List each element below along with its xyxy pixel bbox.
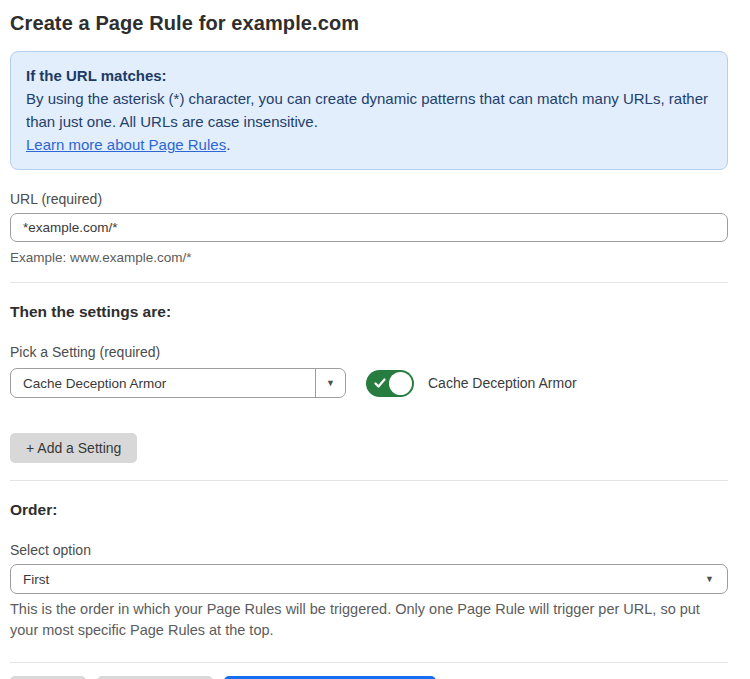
link-period: . <box>226 136 230 153</box>
page-title: Create a Page Rule for example.com <box>10 12 728 35</box>
chevron-down-icon: ▼ <box>326 379 335 388</box>
url-input[interactable] <box>10 213 728 242</box>
divider <box>10 662 728 663</box>
pick-setting-label: Pick a Setting (required) <box>10 344 728 360</box>
toggle-knob <box>389 372 412 395</box>
info-box-heading: If the URL matches: <box>26 64 711 87</box>
settings-section-heading: Then the settings are: <box>10 303 728 321</box>
setting-select[interactable]: Cache Deception Armor ▼ <box>10 368 346 398</box>
info-box-body: By using the asterisk (*) character, you… <box>26 87 711 133</box>
order-select-value: First <box>11 572 705 587</box>
divider <box>10 480 728 481</box>
divider <box>10 282 728 283</box>
order-select-label: Select option <box>10 542 728 558</box>
chevron-down-icon: ▼ <box>705 575 727 584</box>
url-match-info-box: If the URL matches: By using the asteris… <box>10 51 728 170</box>
check-icon <box>374 377 386 389</box>
learn-more-link[interactable]: Learn more about Page Rules <box>26 136 226 153</box>
setting-row: Cache Deception Armor ▼ Cache Deception … <box>10 368 728 398</box>
add-setting-button[interactable]: + Add a Setting <box>10 433 137 463</box>
order-section-heading: Order: <box>10 501 728 519</box>
url-example-helper: Example: www.example.com/* <box>10 250 728 265</box>
order-helper-text: This is the order in which your Page Rul… <box>10 599 728 641</box>
order-select[interactable]: First ▼ <box>10 564 728 594</box>
setting-select-caret-button[interactable]: ▼ <box>315 369 345 397</box>
info-box-link-line: Learn more about Page Rules. <box>26 133 711 156</box>
setting-select-value: Cache Deception Armor <box>11 376 315 391</box>
cache-deception-armor-toggle[interactable] <box>366 370 414 397</box>
url-field-label: URL (required) <box>10 191 728 207</box>
toggle-setting-label: Cache Deception Armor <box>428 375 577 391</box>
